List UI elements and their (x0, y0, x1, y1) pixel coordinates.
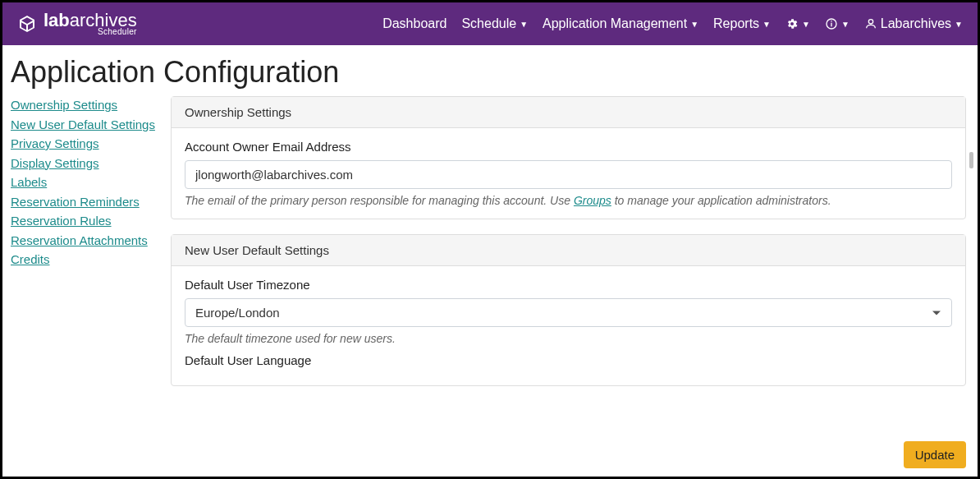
nav-right: Dashboard Schedule▼ Application Manageme… (382, 16, 963, 31)
gear-icon (785, 17, 799, 30)
chevron-down-icon: ▼ (841, 20, 849, 29)
sidebar-item-credits[interactable]: Credits (11, 251, 163, 269)
chevron-down-icon: ▼ (802, 20, 810, 29)
panel-ownership: Ownership Settings Account Owner Email A… (171, 96, 966, 219)
sidebar-item-ownership[interactable]: Ownership Settings (11, 96, 163, 115)
label-owner-email: Account Owner Email Address (185, 140, 952, 154)
svg-point-3 (868, 20, 872, 24)
sidebar: Ownership Settings New User Default Sett… (11, 96, 171, 477)
default-timezone-select[interactable]: Europe/London (185, 298, 952, 327)
brand-text: labarchives Scheduler (44, 12, 137, 36)
sidebar-item-labels[interactable]: Labels (11, 173, 163, 192)
nav-reports[interactable]: Reports▼ (713, 16, 771, 31)
panel-newuser: New User Default Settings Default User T… (171, 234, 966, 386)
sidebar-item-attachments[interactable]: Reservation Attachments (11, 232, 163, 251)
sidebar-item-privacy[interactable]: Privacy Settings (11, 135, 163, 154)
panel-header-ownership: Ownership Settings (172, 97, 965, 128)
sidebar-item-rules[interactable]: Reservation Rules (11, 212, 163, 231)
user-icon (864, 17, 877, 30)
brand[interactable]: labarchives Scheduler (17, 12, 137, 36)
top-navbar: labarchives Scheduler Dashboard Schedule… (2, 2, 978, 45)
sidebar-item-newuser[interactable]: New User Default Settings (11, 116, 163, 135)
label-default-timezone: Default User Timezone (185, 278, 952, 292)
groups-link[interactable]: Groups (574, 194, 611, 207)
svg-rect-2 (831, 21, 831, 21)
nav-settings[interactable]: ▼ (785, 17, 810, 30)
chevron-down-icon: ▼ (520, 20, 528, 29)
panel-header-newuser: New User Default Settings (172, 235, 965, 266)
help-owner-email: The email of the primary person responsi… (185, 194, 952, 207)
scrollbar-indicator[interactable] (969, 152, 973, 168)
update-button[interactable]: Update (904, 441, 966, 468)
sidebar-item-reminders[interactable]: Reservation Reminders (11, 193, 163, 212)
main-content: Ownership Settings Account Owner Email A… (171, 96, 969, 477)
nav-schedule[interactable]: Schedule▼ (461, 16, 528, 31)
label-default-language: Default User Language (185, 353, 952, 367)
chevron-down-icon: ▼ (955, 20, 963, 29)
cube-logo-icon (17, 14, 37, 34)
nav-info[interactable]: ▼ (825, 17, 849, 30)
help-default-timezone: The default timezone used for new users. (185, 332, 952, 345)
page-title: Application Configuration (11, 55, 969, 90)
info-icon (825, 17, 838, 30)
svg-rect-1 (831, 23, 831, 27)
chevron-down-icon: ▼ (690, 20, 698, 29)
owner-email-input[interactable] (185, 160, 952, 189)
nav-app-management[interactable]: Application Management▼ (543, 16, 698, 31)
nav-user[interactable]: Labarchives ▼ (864, 16, 963, 31)
chevron-down-icon: ▼ (762, 20, 771, 29)
nav-dashboard[interactable]: Dashboard (382, 16, 446, 31)
sidebar-item-display[interactable]: Display Settings (11, 154, 163, 173)
